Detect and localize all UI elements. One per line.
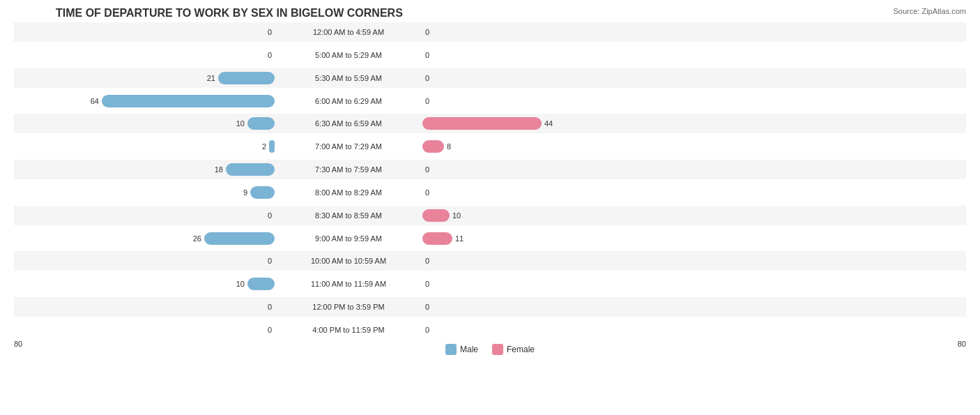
time-label: 7:00 AM to 7:29 AM xyxy=(279,142,418,151)
male-value: 0 xyxy=(257,326,272,334)
male-value: 0 xyxy=(257,51,272,59)
bar-row: 012:00 PM to 3:59 PM0 xyxy=(14,297,966,317)
female-value: 0 xyxy=(425,74,441,82)
male-bar xyxy=(218,72,275,84)
right-section: 0 xyxy=(418,163,683,176)
left-section: 10 xyxy=(14,278,279,290)
female-value: 0 xyxy=(425,165,441,174)
source-text: Source: ZipAtlas.com xyxy=(893,7,966,15)
chart-container: TIME OF DEPARTURE TO WORK BY SEX IN BIGE… xyxy=(0,0,980,415)
bar-row: 187:30 AM to 7:59 AM0 xyxy=(14,160,966,179)
female-value: 0 xyxy=(425,257,441,265)
male-bar xyxy=(204,232,275,245)
bar-row: 1011:00 AM to 11:59 AM0 xyxy=(14,274,966,294)
female-value: 0 xyxy=(425,326,441,334)
right-section: 11 xyxy=(418,232,683,245)
legend-female-label: Female xyxy=(507,345,535,354)
right-section: 10 xyxy=(418,209,683,222)
legend-female-box xyxy=(492,344,503,355)
right-section: 8 xyxy=(418,140,683,153)
right-section: 0 xyxy=(418,324,683,336)
female-bar xyxy=(422,209,450,222)
time-label: 11:00 AM to 11:59 AM xyxy=(279,280,418,288)
bar-row: 215:30 AM to 5:59 AM0 xyxy=(14,68,966,88)
chart-legend: Male Female xyxy=(445,344,535,355)
male-value: 64 xyxy=(84,97,99,105)
bar-row: 010:00 AM to 10:59 AM0 xyxy=(14,251,966,271)
left-section: 0 xyxy=(14,26,279,38)
right-section: 0 xyxy=(418,49,683,61)
male-value: 9 xyxy=(232,188,247,197)
left-section: 0 xyxy=(14,324,279,336)
left-section: 0 xyxy=(14,49,279,61)
male-bar xyxy=(269,140,275,153)
left-section: 10 xyxy=(14,117,279,130)
left-section: 0 xyxy=(14,209,279,222)
time-label: 10:00 AM to 10:59 AM xyxy=(279,257,418,265)
bar-row: 269:00 AM to 9:59 AM11 xyxy=(14,229,966,248)
time-label: 8:00 AM to 8:29 AM xyxy=(279,188,418,197)
time-label: 12:00 AM to 4:59 AM xyxy=(279,28,418,36)
time-label: 12:00 PM to 3:59 PM xyxy=(279,303,418,311)
time-label: 7:30 AM to 7:59 AM xyxy=(279,165,418,174)
female-value: 0 xyxy=(425,51,441,59)
legend-male-box xyxy=(445,344,457,355)
chart-title: TIME OF DEPARTURE TO WORK BY SEX IN BIGE… xyxy=(14,7,966,20)
axis-left-label: 80 xyxy=(14,340,22,355)
right-section: 0 xyxy=(418,278,683,290)
bar-row: 05:00 AM to 5:29 AM0 xyxy=(14,45,966,65)
female-value: 0 xyxy=(425,280,441,288)
male-value: 26 xyxy=(186,234,201,243)
male-value: 21 xyxy=(200,74,215,82)
time-label: 8:30 AM to 8:59 AM xyxy=(279,211,418,220)
time-label: 5:00 AM to 5:29 AM xyxy=(279,51,418,59)
legend-male: Male xyxy=(445,344,478,355)
male-bar xyxy=(250,186,275,199)
right-section: 0 xyxy=(418,72,683,84)
bar-row: 646:00 AM to 6:29 AM0 xyxy=(14,91,966,111)
female-value: 10 xyxy=(452,211,468,220)
female-value: 8 xyxy=(447,142,462,151)
male-value: 0 xyxy=(257,303,272,311)
left-section: 0 xyxy=(14,301,279,313)
right-section: 0 xyxy=(418,255,683,267)
right-section: 0 xyxy=(418,186,683,199)
time-label: 9:00 AM to 9:59 AM xyxy=(279,234,418,243)
right-section: 0 xyxy=(418,95,683,107)
female-bar xyxy=(422,232,452,245)
time-label: 5:30 AM to 5:59 AM xyxy=(279,74,418,82)
chart-area: 012:00 AM to 4:59 AM005:00 AM to 5:29 AM… xyxy=(14,22,966,361)
axis-labels: 80 Male Female 80 xyxy=(14,340,966,356)
female-value: 44 xyxy=(544,119,560,128)
female-value: 0 xyxy=(425,97,441,105)
left-section: 2 xyxy=(14,140,279,153)
bar-row: 27:00 AM to 7:29 AM8 xyxy=(14,137,966,156)
axis-right-label: 80 xyxy=(958,340,966,355)
male-value: 10 xyxy=(229,119,245,128)
left-section: 18 xyxy=(14,163,279,176)
left-section: 0 xyxy=(14,255,279,267)
male-bar xyxy=(247,117,275,130)
left-section: 26 xyxy=(14,232,279,245)
female-bar xyxy=(422,117,542,130)
female-value: 0 xyxy=(425,28,441,36)
left-section: 21 xyxy=(14,72,279,84)
right-section: 0 xyxy=(418,26,683,38)
right-section: 0 xyxy=(418,301,683,313)
male-value: 0 xyxy=(257,257,272,265)
female-bar xyxy=(422,140,444,153)
bar-row: 106:30 AM to 6:59 AM44 xyxy=(14,114,966,133)
rows-container: 012:00 AM to 4:59 AM005:00 AM to 5:29 AM… xyxy=(14,22,966,340)
female-value: 0 xyxy=(425,303,441,311)
male-bar xyxy=(226,163,275,176)
left-section: 64 xyxy=(14,95,279,107)
female-value: 0 xyxy=(425,188,441,197)
male-bar xyxy=(102,95,275,107)
legend-female: Female xyxy=(492,344,535,355)
left-section: 9 xyxy=(14,186,279,199)
time-label: 6:30 AM to 6:59 AM xyxy=(279,119,418,128)
bar-row: 98:00 AM to 8:29 AM0 xyxy=(14,183,966,202)
male-value: 0 xyxy=(257,28,272,36)
male-value: 0 xyxy=(257,211,272,220)
time-label: 6:00 AM to 6:29 AM xyxy=(279,97,418,105)
